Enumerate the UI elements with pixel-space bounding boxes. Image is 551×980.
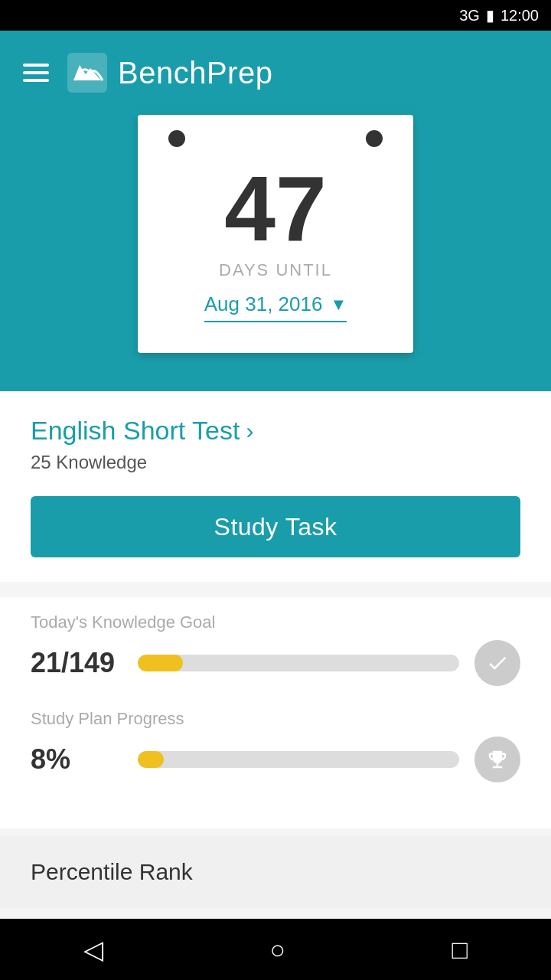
time-display: 12:00 <box>500 7 539 24</box>
app-header: BenchPrep <box>0 31 551 115</box>
menu-button[interactable] <box>23 64 49 82</box>
signal-icon: 3G <box>459 7 480 24</box>
study-plan-row: 8% <box>31 737 520 782</box>
study-plan-progress <box>138 751 459 768</box>
knowledge-goal-label: Today's Knowledge Goal <box>31 612 520 632</box>
trophy-icon <box>486 748 509 771</box>
battery-icon: ▮ <box>486 6 494 24</box>
benchprep-logo-icon <box>67 53 107 93</box>
study-plan-track <box>138 751 459 768</box>
dot-left <box>168 130 185 147</box>
knowledge-goal-progress <box>138 655 459 671</box>
teal-section: 47 DAYS UNTIL Aug 31, 2016 ▼ <box>0 115 551 391</box>
chevron-right-icon: › <box>246 418 253 444</box>
status-bar: 3G ▮ 12:00 <box>0 0 551 31</box>
logo-area: BenchPrep <box>67 53 272 93</box>
study-plan-label: Study Plan Progress <box>31 709 520 729</box>
percentile-section: Percentile Rank <box>0 836 551 908</box>
study-plan-fill <box>138 751 164 768</box>
study-plan-icon <box>474 737 520 782</box>
target-date: Aug 31, 2016 <box>204 292 323 316</box>
study-task-button[interactable]: Study Task <box>31 496 520 557</box>
home-button[interactable]: ○ <box>269 935 285 965</box>
checkmark-icon <box>486 652 509 675</box>
target-date-row[interactable]: Aug 31, 2016 ▼ <box>204 292 347 322</box>
knowledge-goal-icon <box>474 640 520 686</box>
card-binding-dots <box>168 130 383 147</box>
study-plan-block: Study Plan Progress 8% <box>31 709 520 782</box>
stats-section: Today's Knowledge Goal 21/149 Study Plan… <box>0 597 551 828</box>
countdown-card: 47 DAYS UNTIL Aug 31, 2016 ▼ <box>138 115 413 353</box>
chevron-down-icon: ▼ <box>330 295 347 315</box>
test-title: English Short Test <box>31 416 240 446</box>
knowledge-goal-row: 21/149 <box>31 640 520 686</box>
knowledge-goal-block: Today's Knowledge Goal 21/149 <box>31 612 520 686</box>
dot-right <box>366 130 383 147</box>
knowledge-count: 25 Knowledge <box>31 452 520 473</box>
app-title: BenchPrep <box>118 56 272 90</box>
content-section: English Short Test › 25 Knowledge Study … <box>0 391 551 582</box>
days-countdown: 47 <box>224 162 326 254</box>
days-until-label: DAYS UNTIL <box>219 260 332 280</box>
recents-button[interactable]: □ <box>452 935 468 965</box>
test-title-row[interactable]: English Short Test › <box>31 416 520 446</box>
knowledge-goal-value: 21/149 <box>31 647 122 679</box>
study-plan-value: 8% <box>31 743 122 776</box>
back-button[interactable]: ◁ <box>83 934 103 965</box>
knowledge-goal-track <box>138 655 459 671</box>
percentile-title: Percentile Rank <box>31 859 193 884</box>
knowledge-goal-fill <box>138 655 183 671</box>
bottom-nav: ◁ ○ □ <box>0 919 551 980</box>
